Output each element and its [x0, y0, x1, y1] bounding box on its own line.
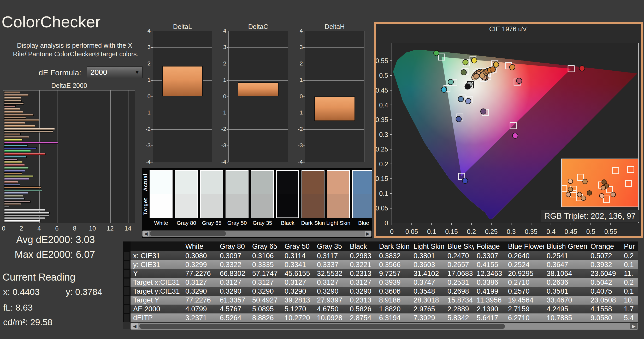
table-cell: 0.3106 — [250, 251, 282, 260]
table-cell: 4.5767 — [217, 305, 250, 313]
mini-tick-mark — [151, 129, 153, 130]
table-cell: 10.2720 — [282, 313, 314, 322]
mini-tick-mark — [227, 96, 228, 97]
cie-x-tick: 0.45 — [565, 228, 577, 235]
table-cell: 0.3299 — [183, 260, 217, 269]
swatch-white[interactable] — [150, 170, 173, 218]
mini-gridline — [305, 129, 364, 130]
mini-tick-mark — [227, 64, 228, 64]
table-scroll-right-button[interactable]: ▶ — [630, 323, 637, 329]
swatch-dark-skin-target — [302, 194, 324, 218]
cie-y-tick: 0.55 — [376, 57, 388, 64]
swatch-scroll-right-button[interactable]: ▶ — [365, 231, 371, 237]
cie-point-green — [434, 50, 439, 56]
table-row-label: dEITP — [131, 313, 183, 322]
table-cell: 0.2313 — [347, 296, 376, 305]
avg-de2000: Avg dE2000: 3.03 — [16, 234, 95, 245]
swatch-light-skin-target — [327, 194, 349, 218]
table-header-Pur: Pur — [621, 241, 638, 251]
table-cell: 0.2636 — [544, 278, 588, 287]
table-header-Gray 35: Gray 35 — [314, 241, 347, 251]
table-cell: 0.1 — [621, 260, 638, 269]
table-cell: 12.3463 — [474, 269, 505, 278]
cie-point-red — [579, 66, 585, 71]
swatch-scrollbar-thumb[interactable] — [150, 231, 226, 236]
cie-y-tick: 0.15 — [376, 175, 388, 182]
cie-y-tick: 0 — [385, 219, 388, 227]
mini-y-tick: -3 — [292, 142, 303, 149]
deltae-bar-skin-tone-12 — [4, 122, 25, 124]
swatch-black-target — [277, 194, 298, 217]
cie-point-blue — [462, 178, 468, 184]
de-formula-dropdown[interactable]: 2000 ▼ — [87, 66, 143, 78]
cie-x-tick: 0.1 — [427, 228, 436, 235]
swatch-gray-80[interactable] — [175, 170, 198, 218]
table-row: y: CIE310.32990.33220.33350.33410.33370.… — [131, 260, 638, 269]
table-header-Bluish Green: Bluish Green — [544, 241, 588, 251]
table-cell: 0.5072 — [588, 251, 621, 260]
deltae-bar-foliage — [4, 195, 23, 197]
swatch-gray-35[interactable] — [251, 170, 274, 218]
swatch-light-skin-actual — [327, 171, 349, 194]
table-cell: 0.3290 — [183, 287, 217, 296]
mini-y-tick: 1 — [292, 77, 303, 83]
deltae-bar-magenta — [4, 159, 17, 161]
deltae-bar-orange-yellow — [4, 172, 22, 174]
table-cell: 4.2495 — [544, 305, 588, 313]
swatch-white-target — [150, 194, 172, 218]
deltae-bar-green-100 — [4, 150, 31, 152]
table-row: Y77.227666.830257.174745.615532.55320.23… — [131, 269, 638, 278]
table-cell: 0.3290 — [250, 287, 282, 296]
table-cell: 5.4 — [621, 313, 638, 322]
mini-tick-mark — [303, 47, 305, 48]
deltae-bar-skin-tone-4 — [4, 100, 22, 102]
table-cell: 0.3581 — [544, 287, 588, 296]
table-scrollbar-thumb[interactable] — [139, 324, 505, 329]
table-row: x: CIE310.30800.30970.31060.31140.31170.… — [131, 251, 638, 260]
deltae-bar-skin-tone-14 — [4, 128, 55, 130]
table-cell: 0.2524 — [505, 260, 544, 269]
mini-y-tick: 3 — [216, 44, 226, 51]
swatch-gray-50-target — [226, 194, 248, 218]
table-cell: 6.5264 — [217, 313, 250, 322]
swatch-scroll-left-button[interactable]: ◀ — [143, 231, 149, 237]
table-cell: 0.3307 — [474, 251, 505, 260]
swatch-gray-50[interactable] — [226, 170, 249, 218]
mini-tick-mark — [227, 162, 228, 162]
swatch-light-skin[interactable] — [327, 170, 350, 218]
swatch-blue-sky[interactable] — [352, 170, 372, 218]
mini-gridline — [305, 146, 364, 146]
deltae-chart-title: DeltaE 2000 — [3, 82, 135, 89]
mini-tick-mark — [227, 31, 228, 31]
swatch-dark-skin[interactable] — [302, 170, 324, 218]
cie-point-orange — [510, 64, 515, 70]
table-row-gutter — [123, 241, 131, 322]
swatch-gray-65[interactable] — [200, 170, 223, 218]
table-cell: 33.4670 — [544, 296, 588, 305]
table-header-Gray 80: Gray 80 — [217, 241, 250, 251]
deltae-bar-magenta-100 — [4, 142, 58, 144]
mini-tick-mark — [227, 113, 228, 113]
cie-point-skin-tone — [474, 74, 479, 79]
table-cell: 1.7 — [621, 305, 638, 313]
cie-x-tick: 0.35 — [525, 228, 537, 235]
table-cell: 5.6417 — [474, 313, 505, 322]
swatch-black[interactable] — [276, 170, 299, 218]
table-scroll-left-button[interactable]: ◀ — [131, 323, 138, 329]
mini-y-tick: 2 — [216, 60, 226, 67]
table-cell: 0.4199 — [474, 287, 505, 296]
deltae-bar-skin-tone-6 — [4, 105, 16, 107]
cie-y-tick: 0.35 — [376, 116, 388, 123]
table-cell: 0.2541 — [544, 251, 588, 260]
deltae-bar-gray-50 — [4, 212, 50, 214]
table-cell: 32.5532 — [314, 269, 347, 278]
mini-y-tick: -1 — [292, 109, 303, 116]
table-cell: 0.4155 — [474, 260, 505, 269]
table-cell: 0.3127 — [347, 278, 376, 287]
cie-point-yellow-green — [463, 59, 468, 65]
table-cell: 0.3932 — [588, 260, 621, 269]
deltae-bar-cyan-100 — [4, 144, 28, 147]
deltae-bar-skin-tone-2 — [4, 94, 29, 96]
table-cell: 0.3290 — [217, 287, 250, 296]
swatch-label-black: Black — [275, 220, 301, 226]
